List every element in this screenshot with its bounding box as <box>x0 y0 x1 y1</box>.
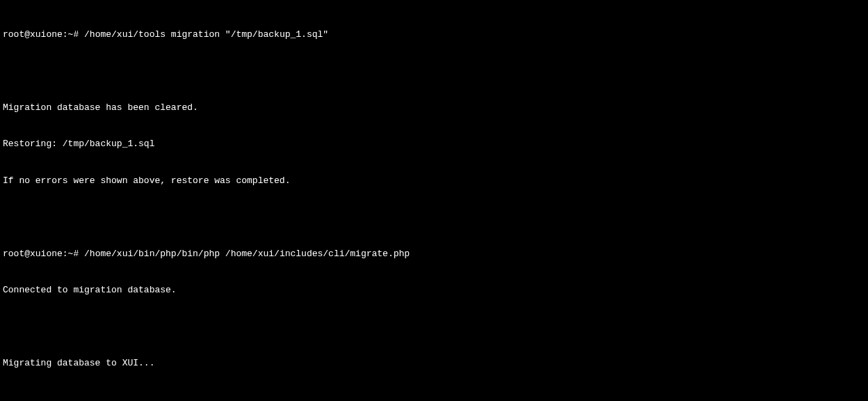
blank-line <box>3 321 865 333</box>
blank-line <box>3 65 865 77</box>
output-line: Migrating database to XUI... <box>3 357 865 370</box>
shell-prompt: root@xuione:~# <box>3 29 84 40</box>
output-line: Connected to migration database. <box>3 284 865 297</box>
command-line-1: root@xuione:~# /home/xui/tools migration… <box>3 29 865 41</box>
blank-line <box>3 394 865 401</box>
command-line-2: root@xuione:~# /home/xui/bin/php/bin/php… <box>3 248 865 260</box>
blank-line <box>3 212 865 223</box>
output-line: If no errors were shown above, restore w… <box>3 175 865 187</box>
output-line: Restoring: /tmp/backup_1.sql <box>3 138 865 150</box>
command-text: /home/xui/tools migration "/tmp/backup_1… <box>84 29 328 40</box>
command-text: /home/xui/bin/php/bin/php /home/xui/incl… <box>84 249 410 259</box>
shell-prompt: root@xuione:~# <box>3 249 84 259</box>
terminal-window[interactable]: root@xuione:~# /home/xui/tools migration… <box>3 4 865 401</box>
output-line: Migration database has been cleared. <box>3 102 865 114</box>
